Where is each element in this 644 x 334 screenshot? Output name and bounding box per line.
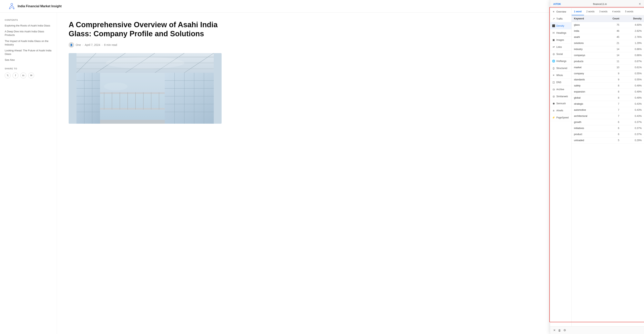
- svg-point-44: [106, 57, 184, 69]
- panel-main-content: 1 word 2 words 3 words 4 words 5 words K…: [572, 8, 644, 326]
- panel-domain-label: finance11.in: [593, 2, 607, 5]
- keyword-cell: automotive: [572, 107, 602, 113]
- table-row: automotive 7 0.43%: [572, 107, 644, 113]
- keyword-cell: global: [572, 95, 602, 101]
- site-name: India Financial Market Insight: [18, 4, 62, 8]
- keyword-cell: expansion: [572, 89, 602, 95]
- density-cell: 0.86%: [622, 52, 644, 58]
- col-header-keyword: Keyword: [572, 15, 602, 22]
- count-cell: 8: [602, 83, 622, 89]
- toc-item-1[interactable]: Exploring the Roots of Asahi India Glass: [5, 24, 52, 27]
- tab-5-words[interactable]: 5 words: [623, 8, 636, 15]
- pagespeed-icon: ⚡: [552, 116, 555, 119]
- density-cell: 0.49%: [622, 89, 644, 95]
- sidenav-headings-label: Headings: [556, 31, 566, 34]
- sidenav-similarweb[interactable]: ◎ Similarweb: [550, 93, 572, 100]
- svg-rect-35: [112, 92, 112, 110]
- sidenav-archive[interactable]: 🗂 Archive: [550, 86, 572, 93]
- table-row: global 8 0.49%: [572, 95, 644, 101]
- keyword-cell: strategic: [572, 101, 602, 107]
- toc-item-3[interactable]: The Impact of Asahi India Glass on the I…: [5, 39, 52, 46]
- sidenav-overview[interactable]: ≡ Overview: [550, 8, 572, 15]
- table-row: glass 75 4.60%: [572, 22, 644, 28]
- footer-settings-icon[interactable]: ⚙: [564, 329, 566, 332]
- table-row: solutions 21 1.29%: [572, 40, 644, 46]
- word-tabs: 1 word 2 words 3 words 4 words 5 words: [572, 8, 644, 15]
- facebook-share-icon[interactable]: f: [12, 72, 18, 78]
- sidenav-semrush[interactable]: ◉ Semrush: [550, 100, 572, 107]
- sidenav-hreflangs[interactable]: 🌐 Hreflangs: [550, 58, 572, 65]
- sidenav-density-label: Density: [556, 24, 564, 27]
- table-row: unloaded 5 0.29%: [572, 137, 644, 143]
- article-sidebar: CONTENTS Exploring the Roots of Asahi In…: [0, 12, 57, 334]
- table-row: product 6 0.37%: [572, 131, 644, 137]
- structured-icon: {}: [552, 67, 555, 70]
- sidenav-images-label: Images: [556, 39, 564, 41]
- count-cell: 14: [602, 46, 622, 52]
- svg-rect-40: [151, 92, 152, 110]
- sidenav-social-label: Social: [556, 53, 563, 55]
- count-cell: 6: [602, 119, 622, 125]
- twitter-share-icon[interactable]: 𝕏: [5, 72, 10, 78]
- count-cell: 21: [602, 40, 622, 46]
- sidenav-traffic-label: Traffic: [556, 17, 563, 20]
- tab-4-words[interactable]: 4 words: [610, 8, 623, 15]
- sidenav-dns[interactable]: ◫ DNS: [550, 79, 572, 86]
- count-cell: 9: [602, 77, 622, 83]
- keyword-cell: growth: [572, 119, 602, 125]
- sidenav-structured[interactable]: {} Structured: [550, 65, 572, 72]
- count-cell: 5: [602, 137, 622, 143]
- toc-item-5[interactable]: See Also: [5, 58, 52, 62]
- density-cell: 0.61%: [622, 64, 644, 70]
- article-date: April 7, 2024: [85, 43, 100, 46]
- count-cell: 45: [602, 34, 622, 40]
- footer-trash-icon[interactable]: 🗑: [558, 329, 561, 332]
- semrush-icon: ◉: [552, 102, 555, 105]
- table-row: industry 14 0.86%: [572, 46, 644, 52]
- table-row: company 9 0.55%: [572, 70, 644, 77]
- panel-inner: ≡ Overview ↗ Traffic ⬛ Density H Heading…: [550, 8, 644, 326]
- sidenav-whois[interactable]: ≡ Whois: [550, 72, 572, 79]
- linkedin-share-icon[interactable]: in: [20, 72, 26, 78]
- sidenav-pagespeed[interactable]: ⚡ PageSpeed: [550, 114, 572, 121]
- table-row: safety 8 0.49%: [572, 83, 644, 89]
- sidenav-traffic[interactable]: ↗ Traffic: [550, 15, 572, 22]
- table-row: initiatives 6 0.37%: [572, 125, 644, 131]
- count-cell: 10: [602, 64, 622, 70]
- sidenav-density[interactable]: ⬛ Density: [550, 22, 572, 29]
- logo-icon: [8, 2, 16, 10]
- table-row: products 11 0.67%: [572, 58, 644, 64]
- email-share-icon[interactable]: ✉: [28, 72, 34, 78]
- tab-2-words[interactable]: 2 words: [584, 8, 597, 15]
- site-logo: India Financial Market Insight: [8, 2, 62, 10]
- sidenav-links[interactable]: ⇌ Links: [550, 43, 572, 50]
- svg-rect-38: [135, 92, 136, 110]
- panel-close-button[interactable]: ×: [639, 2, 641, 6]
- sidenav-ahrefs[interactable]: a Ahrefs: [550, 107, 572, 114]
- panel-aitdk-label: AITDK: [553, 2, 561, 5]
- social-icon: ◎: [552, 52, 555, 55]
- keyword-cell: unloaded: [572, 137, 602, 143]
- keyword-cell: standards: [572, 77, 602, 83]
- density-cell: 0.43%: [622, 107, 644, 113]
- svg-rect-14: [76, 73, 100, 124]
- keyword-cell: products: [572, 58, 602, 64]
- col-header-density: Density: [622, 15, 644, 22]
- toc-item-4[interactable]: Looking Ahead: The Future of Asahi India…: [5, 49, 52, 56]
- density-cell: 0.37%: [622, 119, 644, 125]
- svg-rect-32: [100, 92, 165, 94]
- sidenav-images[interactable]: ▣ Images: [550, 36, 572, 43]
- footer-x-icon[interactable]: ✕: [553, 329, 556, 332]
- whois-icon: ≡: [552, 74, 555, 77]
- sidenav-headings[interactable]: H Headings: [550, 29, 572, 36]
- sidenav-overview-label: Overview: [556, 10, 566, 13]
- sidenav-social[interactable]: ◎ Social: [550, 50, 572, 58]
- svg-rect-42: [100, 120, 165, 124]
- toc-item-2[interactable]: A Deep Dive into Asahi India Glass Produ…: [5, 30, 52, 37]
- table-row: standards 9 0.55%: [572, 77, 644, 83]
- tab-1-word[interactable]: 1 word: [572, 8, 584, 15]
- tab-3-words[interactable]: 3 words: [597, 8, 610, 15]
- table-row: growth 6 0.37%: [572, 119, 644, 125]
- hreflangs-icon: 🌐: [552, 60, 555, 62]
- count-cell: 6: [602, 125, 622, 131]
